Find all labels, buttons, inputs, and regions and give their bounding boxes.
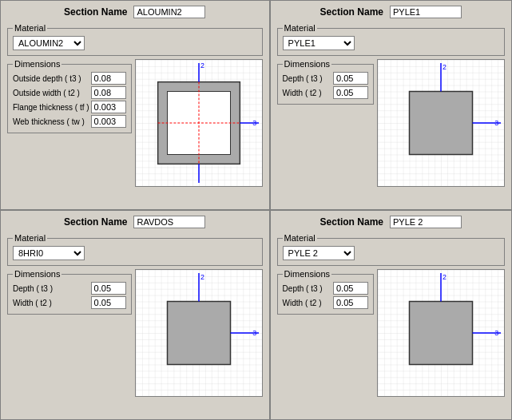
material-row-3: 8HRI0 <box>13 244 257 262</box>
panel-body-4: Dimensions Depth ( t3 ) Width ( t2 ) <box>277 269 505 397</box>
dim-legend-1: Dimensions <box>13 59 62 69</box>
material-group-1: Material ALOUMIN2 <box>7 23 263 56</box>
dim-row-4-0: Depth ( t3 ) <box>283 282 368 295</box>
dim-label-4-0: Depth ( t3 ) <box>283 284 331 293</box>
material-row-2: PYLE1 <box>283 34 499 52</box>
material-legend-2: Material <box>283 23 317 33</box>
panel-4: Section Name Material PYLE 2 Dimensions … <box>270 210 512 420</box>
panel-body-1: Dimensions Outside depth ( t3 ) Outside … <box>7 59 263 187</box>
dimensions-group-3: Dimensions Depth ( t3 ) Width ( t2 ) <box>7 269 132 315</box>
material-group-2: Material PYLE1 <box>277 23 505 56</box>
dim-legend-4: Dimensions <box>283 269 331 279</box>
dim-row-1-3: Web thickness ( tw ) <box>13 115 126 128</box>
svg-text:2: 2 <box>200 61 204 69</box>
dim-label-2-0: Depth ( t3 ) <box>283 74 331 83</box>
material-legend-1: Material <box>13 23 47 33</box>
material-select-4[interactable]: PYLE 2 <box>283 246 355 260</box>
material-group-3: Material 8HRI0 <box>7 233 263 266</box>
svg-text:3: 3 <box>252 329 256 337</box>
svg-text:2: 2 <box>443 63 447 71</box>
section-name-label-3: Section Name <box>64 216 127 228</box>
dim-row-3-1: Width ( t2 ) <box>13 296 126 309</box>
panel-3: Section Name Material 8HRI0 Dimensions D… <box>0 210 270 420</box>
section-name-label-1: Section Name <box>64 6 127 18</box>
canvas-2: 2 3 <box>377 59 505 187</box>
dim-label-1-0: Outside depth ( t3 ) <box>13 74 89 83</box>
material-select-1[interactable]: ALOUMIN2 <box>13 36 85 50</box>
material-row-1: ALOUMIN2 <box>13 34 257 52</box>
section-name-label-4: Section Name <box>320 216 383 228</box>
svg-rect-23 <box>410 302 473 365</box>
dimensions-group-1: Dimensions Outside depth ( t3 ) Outside … <box>7 59 132 133</box>
dim-input-2-0[interactable] <box>333 72 368 85</box>
svg-text:3: 3 <box>494 119 498 127</box>
dim-label-3-0: Depth ( t3 ) <box>13 284 89 293</box>
panel-1: Section Name Material ALOUMIN2 Dimension… <box>0 0 270 210</box>
canvas-4: 2 3 <box>377 269 505 397</box>
dim-input-1-0[interactable] <box>91 72 126 85</box>
dim-input-3-1[interactable] <box>91 296 126 309</box>
dim-row-2-0: Depth ( t3 ) <box>283 72 368 85</box>
section-name-input-4[interactable] <box>390 216 462 228</box>
dim-input-2-1[interactable] <box>333 86 368 99</box>
dim-input-3-0[interactable] <box>91 282 126 295</box>
section-name-label-2: Section Name <box>320 6 383 18</box>
dim-label-3-1: Width ( t2 ) <box>13 299 89 307</box>
dim-row-3-0: Depth ( t3 ) <box>13 282 126 295</box>
dim-row-2-1: Width ( t2 ) <box>283 86 368 99</box>
section-name-row-4: Section Name <box>277 216 505 228</box>
panel-2: Section Name Material PYLE1 Dimensions D… <box>270 0 512 210</box>
dim-label-4-1: Width ( t2 ) <box>283 299 331 307</box>
dim-row-1-1: Outside width ( t2 ) <box>13 86 126 99</box>
dim-legend-3: Dimensions <box>13 269 62 279</box>
panel-body-2: Dimensions Depth ( t3 ) Width ( t2 ) <box>277 59 505 187</box>
dim-label-1-2: Flange thickness ( tf ) <box>13 103 89 112</box>
main-grid: Section Name Material ALOUMIN2 Dimension… <box>0 0 512 420</box>
canvas-3: 2 3 <box>135 269 263 397</box>
dim-row-4-1: Width ( t2 ) <box>283 296 368 309</box>
shape-svg-3: 2 3 <box>136 270 262 396</box>
section-name-input-3[interactable] <box>133 216 205 228</box>
svg-text:3: 3 <box>494 329 498 337</box>
section-name-row-1: Section Name <box>7 6 263 18</box>
material-legend-3: Material <box>13 233 47 243</box>
svg-text:2: 2 <box>200 273 204 281</box>
material-group-4: Material PYLE 2 <box>277 233 505 266</box>
dimensions-group-2: Dimensions Depth ( t3 ) Width ( t2 ) <box>277 59 374 105</box>
panel-body-3: Dimensions Depth ( t3 ) Width ( t2 ) <box>7 269 263 397</box>
dim-input-4-0[interactable] <box>333 282 368 295</box>
section-name-row-3: Section Name <box>7 216 263 228</box>
shape-svg-1: 2 3 <box>136 60 262 186</box>
section-name-input-1[interactable] <box>133 6 205 18</box>
svg-rect-17 <box>167 302 230 365</box>
material-row-4: PYLE 2 <box>283 244 499 262</box>
svg-text:3: 3 <box>252 119 256 127</box>
dimensions-group-4: Dimensions Depth ( t3 ) Width ( t2 ) <box>277 269 374 315</box>
dim-legend-2: Dimensions <box>283 59 331 69</box>
material-select-2[interactable]: PYLE1 <box>283 36 355 50</box>
dim-input-1-3[interactable] <box>91 115 126 128</box>
dim-row-1-0: Outside depth ( t3 ) <box>13 72 126 85</box>
section-name-input-2[interactable] <box>390 6 462 18</box>
dim-label-1-1: Outside width ( t2 ) <box>13 89 89 97</box>
dim-row-1-2: Flange thickness ( tf ) <box>13 101 126 113</box>
dim-input-1-2[interactable] <box>91 101 126 113</box>
material-legend-4: Material <box>283 233 317 243</box>
dim-label-1-3: Web thickness ( tw ) <box>13 117 89 126</box>
svg-rect-11 <box>410 92 473 155</box>
dim-input-4-1[interactable] <box>333 296 368 309</box>
svg-text:2: 2 <box>443 273 447 281</box>
canvas-1: 2 3 <box>135 59 263 187</box>
dim-label-2-1: Width ( t2 ) <box>283 89 331 97</box>
material-select-3[interactable]: 8HRI0 <box>13 246 85 260</box>
dim-input-1-1[interactable] <box>91 86 126 99</box>
shape-svg-2: 2 3 <box>378 60 504 186</box>
shape-svg-4: 2 3 <box>378 270 504 396</box>
section-name-row-2: Section Name <box>277 6 505 18</box>
